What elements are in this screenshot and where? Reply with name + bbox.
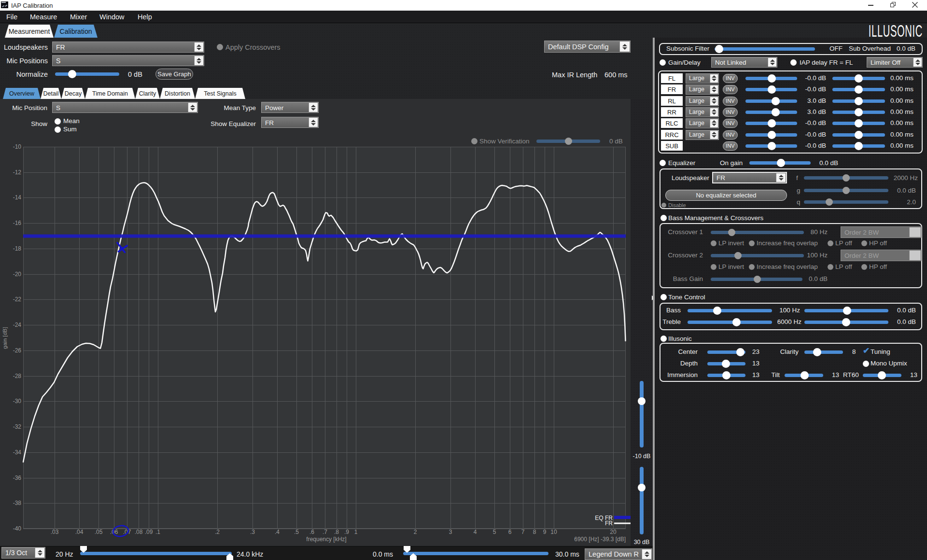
svg-text:-18: -18 [13, 245, 22, 252]
svg-text:-22: -22 [13, 296, 22, 303]
svg-text:-34: -34 [13, 449, 22, 456]
svg-text:-16: -16 [13, 220, 22, 226]
svg-text:-26: -26 [13, 347, 22, 354]
svg-text:-14: -14 [13, 194, 22, 201]
svg-text:-10: -10 [13, 143, 22, 150]
svg-text:.1: .1 [155, 529, 160, 535]
svg-text:-24: -24 [13, 322, 22, 328]
svg-text:1: 1 [354, 529, 358, 535]
svg-text:frequency [kHz]: frequency [kHz] [306, 536, 346, 543]
svg-text:-28: -28 [13, 373, 22, 379]
svg-text:.6: .6 [309, 529, 314, 535]
svg-text:-38: -38 [13, 500, 22, 506]
svg-text:.9: .9 [344, 529, 349, 535]
svg-text:20: 20 [610, 529, 617, 535]
svg-text:2: 2 [414, 529, 417, 535]
svg-text:5: 5 [493, 529, 496, 535]
svg-text:7: 7 [521, 529, 525, 535]
svg-text:.8: .8 [334, 529, 339, 535]
svg-text:6: 6 [508, 529, 512, 535]
svg-text:-12: -12 [13, 169, 22, 176]
svg-text:.7: .7 [323, 529, 327, 535]
svg-text:.4: .4 [275, 529, 280, 535]
svg-text:.5: .5 [294, 529, 299, 535]
svg-text:FR: FR [605, 520, 613, 527]
svg-text:.2: .2 [215, 529, 220, 535]
svg-text:6900 [Hz] -39.3 [dB]: 6900 [Hz] -39.3 [dB] [574, 536, 626, 543]
svg-text:-30: -30 [13, 398, 22, 405]
svg-text:.3: .3 [250, 529, 255, 535]
svg-text:.07: .07 [123, 529, 131, 535]
svg-text:.09: .09 [145, 529, 153, 535]
svg-text:-36: -36 [13, 475, 22, 481]
svg-text:.03: .03 [51, 529, 59, 535]
svg-text:10: 10 [550, 529, 557, 535]
svg-text:.08: .08 [135, 529, 143, 535]
svg-text:8: 8 [533, 529, 536, 535]
svg-text:-20: -20 [13, 271, 22, 278]
svg-text:gain [dB]: gain [dB] [2, 327, 8, 349]
svg-text:-40: -40 [13, 525, 22, 532]
svg-text:.04: .04 [75, 529, 84, 535]
svg-text:.05: .05 [95, 529, 103, 535]
svg-text:-32: -32 [13, 423, 22, 430]
svg-text:3: 3 [449, 529, 452, 535]
svg-text:4: 4 [474, 529, 477, 535]
svg-text:9: 9 [543, 529, 547, 535]
